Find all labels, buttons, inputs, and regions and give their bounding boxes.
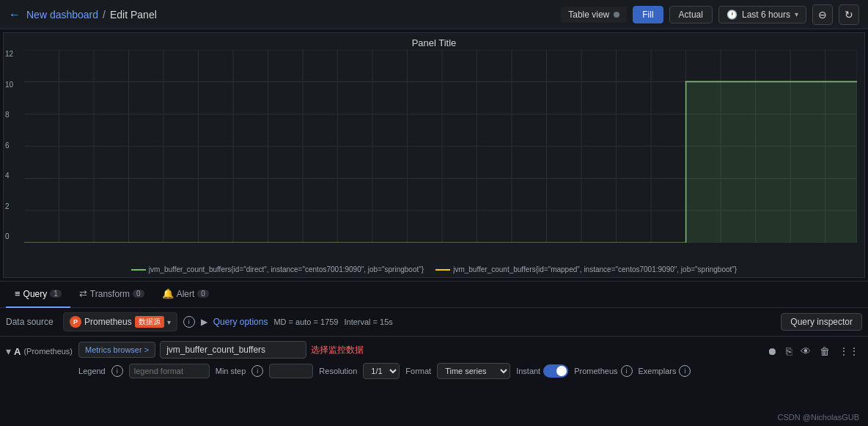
- legend-item-1: jvm_buffer_count_buffers{id="direct", in…: [131, 265, 424, 273]
- table-view-toggle[interactable]: Table view: [561, 7, 627, 23]
- instant-toggle: Instant: [516, 364, 568, 378]
- legend-row: Legend i Min step i Resolution 1/1 Forma…: [78, 363, 758, 379]
- time-range-picker[interactable]: 🕐 Last 6 hours ▾: [718, 6, 806, 23]
- query-paren: (Prometheus): [23, 347, 73, 356]
- legend-info-icon[interactable]: i: [111, 365, 123, 377]
- top-bar-left: ← New dashboard / Edit Panel: [9, 8, 157, 21]
- expand-icon[interactable]: ▶: [201, 317, 207, 327]
- tab-transform-label: Transform: [90, 289, 130, 299]
- datasource-tag: 数据源: [135, 316, 164, 328]
- panel-area: Panel Title 12 10 8 6 4 2 0: [3, 32, 865, 278]
- tab-transform[interactable]: ⇄ Transform 0: [70, 282, 153, 308]
- y-label-10: 10: [5, 81, 13, 89]
- query-editor-content: Metrics browser > 选择监控数据 Legend i Min st…: [78, 341, 758, 379]
- hide-icon[interactable]: 👁: [798, 344, 814, 359]
- interval-meta: Interval = 15s: [344, 317, 392, 326]
- query-area: ≡ Query 1 ⇄ Transform 0 🔔 Alert 0 Data s…: [0, 281, 868, 383]
- refresh-icon: ↻: [845, 9, 853, 21]
- duplicate-icon[interactable]: ⎘: [783, 344, 795, 359]
- chevron-down-icon: ▾: [795, 10, 798, 18]
- breadcrumb-home[interactable]: New dashboard: [26, 9, 98, 21]
- y-label-0: 0: [5, 232, 13, 240]
- query-inspector-button[interactable]: Query inspector: [781, 313, 862, 331]
- tab-transform-badge: 0: [133, 290, 144, 298]
- zoom-out-button[interactable]: ⊖: [812, 4, 833, 25]
- datasource-info-icon[interactable]: i: [183, 316, 195, 328]
- refresh-button[interactable]: ↻: [839, 4, 859, 25]
- query-options-button[interactable]: Query options: [213, 317, 268, 327]
- y-label-4: 4: [5, 172, 13, 180]
- legend-line-1: [131, 269, 146, 271]
- fill-button[interactable]: Fill: [633, 6, 663, 23]
- top-bar: ← New dashboard / Edit Panel Table view …: [0, 0, 868, 29]
- datasource-selector[interactable]: P Prometheus 数据源 ▾: [63, 312, 177, 331]
- format-select[interactable]: Time series: [437, 363, 510, 379]
- breadcrumb-current: Edit Panel: [110, 9, 157, 21]
- datasource-caret: ▾: [167, 318, 171, 326]
- chart-svg: 15:15 15:30 15:45 16:00 16:15 16:30 16:4…: [24, 50, 857, 243]
- panel-title: Panel Title: [4, 33, 864, 50]
- tab-alert-badge: 0: [197, 290, 209, 298]
- exemplars-toggle: Exemplars i: [639, 365, 691, 377]
- min-step-label: Min step: [216, 367, 246, 375]
- resolution-label: Resolution: [319, 367, 357, 375]
- collapse-icon[interactable]: ▾: [6, 345, 11, 357]
- delete-icon[interactable]: 🗑: [817, 344, 833, 359]
- y-label-6: 6: [5, 142, 13, 150]
- row-actions: ⏺ ⎘ 👁 🗑 ⋮⋮: [764, 341, 862, 359]
- instant-label: Instant: [516, 367, 540, 375]
- metrics-row: Metrics browser > 选择监控数据: [78, 341, 758, 359]
- chart-wrapper: 12 10 8 6 4 2 0: [4, 50, 864, 262]
- y-label-2: 2: [5, 202, 13, 210]
- actual-button[interactable]: Actual: [669, 6, 713, 23]
- format-label: Format: [405, 367, 431, 375]
- instant-switch[interactable]: [543, 364, 568, 378]
- query-editor-row: ▾ A (Prometheus) Metrics browser > 选择监控数…: [0, 337, 868, 383]
- exemplars-info-icon[interactable]: i: [679, 365, 691, 377]
- alert-icon: 🔔: [162, 288, 174, 299]
- metrics-browser-button[interactable]: Metrics browser >: [78, 342, 155, 358]
- back-button[interactable]: ←: [9, 8, 21, 21]
- md-meta: MD = auto = 1759: [273, 317, 338, 326]
- top-bar-right: Table view Fill Actual 🕐 Last 6 hours ▾ …: [561, 4, 859, 25]
- time-range-label: Last 6 hours: [742, 10, 790, 20]
- disable-icon[interactable]: ⏺: [764, 344, 780, 359]
- more-icon[interactable]: ⋮⋮: [836, 344, 862, 359]
- min-step-input[interactable]: [269, 364, 313, 378]
- tab-alert[interactable]: 🔔 Alert 0: [153, 282, 218, 308]
- breadcrumb: New dashboard / Edit Panel: [26, 9, 157, 21]
- y-label-8: 8: [5, 111, 13, 119]
- watermark: CSDN @NicholasGUB: [778, 413, 859, 422]
- legend-line-2: [435, 269, 450, 271]
- legend-label-1: jvm_buffer_count_buffers{id="direct", in…: [149, 265, 424, 273]
- zoom-out-icon: ⊖: [818, 9, 827, 21]
- transform-icon: ⇄: [79, 288, 87, 299]
- table-view-label: Table view: [568, 10, 609, 20]
- datasource-row: Data source P Prometheus 数据源 ▾ i ▶ Query…: [0, 308, 868, 337]
- query-tabs: ≡ Query 1 ⇄ Transform 0 🔔 Alert 0: [0, 282, 868, 308]
- exemplars-label: Exemplars: [639, 367, 677, 375]
- prometheus-icon: P: [70, 316, 81, 328]
- query-input[interactable]: [160, 341, 306, 359]
- resolution-select[interactable]: 1/1: [363, 363, 400, 379]
- tab-query-label: Query: [23, 289, 48, 299]
- query-icon: ≡: [15, 288, 21, 299]
- legend-label: Legend: [78, 367, 106, 375]
- prometheus-endpoint: Prometheus i: [574, 365, 632, 377]
- prometheus-endpoint-label: Prometheus: [574, 367, 617, 375]
- min-step-info-icon[interactable]: i: [251, 365, 263, 377]
- chart-legend: jvm_buffer_count_buffers{id="direct", in…: [4, 262, 864, 275]
- legend-item-2: jvm_buffer_count_buffers{id="mapped", in…: [435, 265, 737, 273]
- y-label-12: 12: [5, 50, 13, 58]
- legend-format-input[interactable]: [129, 364, 210, 378]
- toggle-dot: [614, 12, 619, 18]
- query-hint[interactable]: 选择监控数据: [311, 344, 364, 356]
- clock-icon: 🕐: [727, 10, 738, 20]
- y-axis-labels: 12 10 8 6 4 2 0: [5, 50, 13, 240]
- breadcrumb-separator: /: [103, 9, 106, 21]
- tab-query[interactable]: ≡ Query 1: [6, 282, 70, 308]
- query-row-label: ▾ A (Prometheus): [6, 341, 73, 357]
- prometheus-info-icon[interactable]: i: [621, 365, 633, 377]
- legend-label-2: jvm_buffer_count_buffers{id="mapped", in…: [453, 265, 737, 273]
- query-letter: A: [14, 346, 21, 357]
